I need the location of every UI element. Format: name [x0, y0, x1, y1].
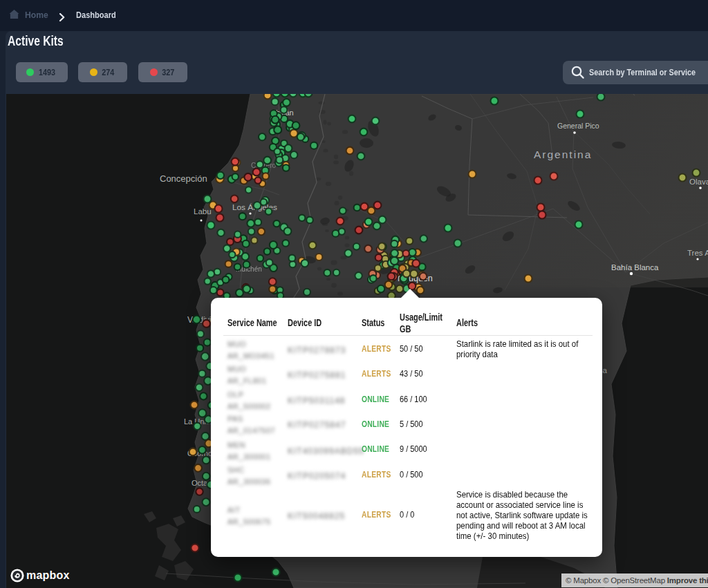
svg-text:Argentina: Argentina [534, 149, 592, 160]
svg-text:Bahía Blanca: Bahía Blanca [611, 263, 659, 272]
svg-text:Labu: Labu [194, 207, 212, 216]
svg-text:General Pico: General Pico [557, 122, 599, 130]
svg-text:Olavar: Olavar [689, 178, 708, 186]
svg-text:Tres Arr: Tres Arr [687, 249, 708, 257]
svg-text:Concepción: Concepción [160, 173, 207, 184]
